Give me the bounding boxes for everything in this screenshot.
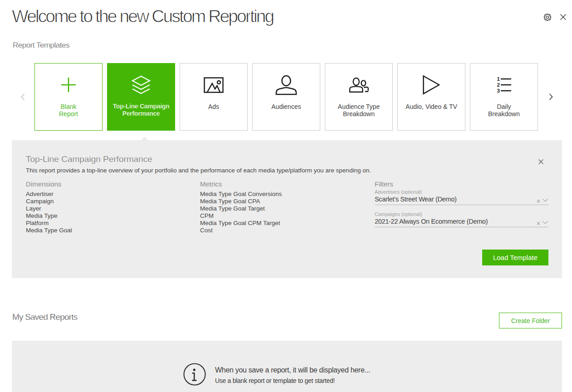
svg-text:3: 3 <box>497 88 500 93</box>
svg-text:1: 1 <box>497 76 500 82</box>
svg-text:2: 2 <box>497 82 500 88</box>
